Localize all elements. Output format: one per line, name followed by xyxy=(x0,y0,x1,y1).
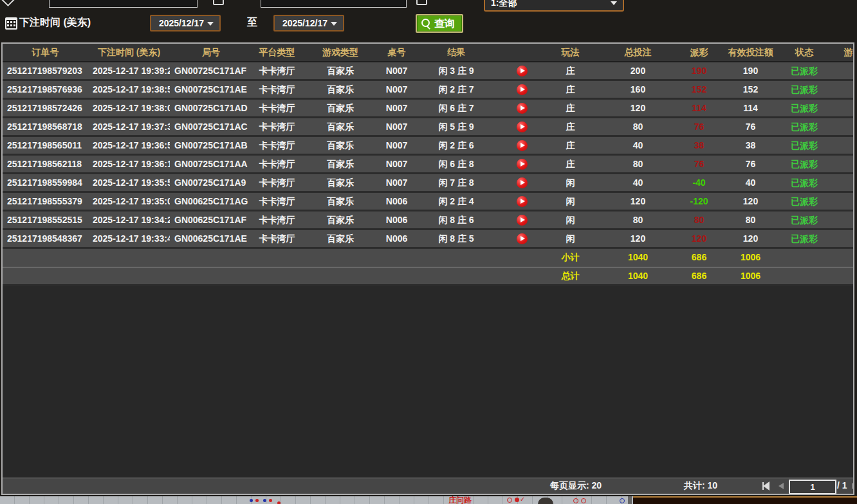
col-round-no: 局号 xyxy=(170,44,252,61)
filter-input-1[interactable] xyxy=(49,0,198,8)
table-row[interactable]: 2512171985792032025-12-17 19:39:26GN0072… xyxy=(3,62,853,81)
table-row[interactable]: 2512171985687182025-12-17 19:37:32GN0072… xyxy=(3,118,853,137)
replay-icon[interactable] xyxy=(517,215,528,226)
cell-result: 闲 2 庄 4 xyxy=(414,193,498,210)
chevron-down-icon xyxy=(611,1,617,5)
table-row[interactable]: 2512171985553792025-12-17 19:35:03GN0062… xyxy=(3,193,853,212)
table-row[interactable]: 2512171985724262025-12-17 19:38:09GN0072… xyxy=(3,100,853,118)
background-button-top xyxy=(538,498,553,504)
cell-platform: 卡卡湾厅 xyxy=(252,174,302,191)
replay-icon[interactable] xyxy=(517,196,528,207)
table-row[interactable]: 2512171985621182025-12-17 19:36:17GN0072… xyxy=(3,156,853,174)
col-extra: 游戏核 xyxy=(824,44,854,61)
grand-total-label: 总计 xyxy=(546,267,594,284)
cell-round-no: GN00625C171AG xyxy=(170,193,252,210)
grand-total-row: 总计10406861006 xyxy=(3,267,853,286)
cell-payout: 114 xyxy=(681,100,717,116)
cell-extra: - xyxy=(824,81,854,98)
status-badge: 已派彩 xyxy=(784,62,824,79)
to-label: 至 xyxy=(247,16,257,30)
cell-play: 庄 xyxy=(546,137,594,154)
date-to-value: 2025/12/17 xyxy=(282,18,327,28)
pagination-bar: 每页显示: 20 共计: 10 / 1 xyxy=(3,478,853,494)
table-row[interactable]: 2512171985483672025-12-17 19:33:43GN0062… xyxy=(3,230,853,249)
table-row[interactable]: 2512171985525152025-12-17 19:34:29GN0062… xyxy=(3,212,853,230)
cell-game-type: 百家乐 xyxy=(302,100,379,116)
replay-icon[interactable] xyxy=(517,177,528,188)
replay-icon[interactable] xyxy=(517,66,528,76)
cell-replay xyxy=(498,193,546,210)
table-row[interactable]: 2512171985599842025-12-17 19:35:53GN0072… xyxy=(3,174,853,193)
status-badge: 已派彩 xyxy=(784,81,824,98)
banker-dot-icon xyxy=(515,498,519,502)
cell-total-bet: 80 xyxy=(594,156,681,172)
cell-table-no: N007 xyxy=(379,62,414,79)
records-table: 订单号 下注时间 (美东) 局号 平台类型 游戏类型 桌号 结果 玩法 总投注 … xyxy=(1,42,854,495)
cell-valid-bet: 120 xyxy=(717,193,784,210)
roadmap-mark xyxy=(277,501,281,504)
cell-round-no: GN00725C171AD xyxy=(170,100,252,116)
replay-icon[interactable] xyxy=(517,140,528,151)
cell-round-no: GN00725C171AA xyxy=(170,156,252,172)
table-row[interactable]: 2512171985650112025-12-17 19:36:50GN0072… xyxy=(3,137,853,156)
cell-order-no: 251217198572426 xyxy=(3,100,88,116)
roadmap-mark xyxy=(620,498,625,503)
filter-bar: 平台类型 1:全部 下注时间 (美东) 2025/12/17 至 2025/12… xyxy=(0,0,857,42)
chevron-down-icon xyxy=(207,22,214,26)
replay-icon[interactable] xyxy=(517,103,528,114)
replay-icon[interactable] xyxy=(517,122,528,132)
subtotal-total-bet: 1040 xyxy=(594,249,681,267)
col-result: 结果 xyxy=(414,44,498,61)
bet-records-page: 平台类型 1:全部 下注时间 (美东) 2025/12/17 至 2025/12… xyxy=(0,0,857,504)
cell-platform: 卡卡湾厅 xyxy=(252,212,302,228)
cell-platform: 卡卡湾厅 xyxy=(252,100,302,116)
banker-ask-icon xyxy=(507,498,512,503)
table-row[interactable]: 2512171985769362025-12-17 19:38:57GN0072… xyxy=(3,81,853,100)
col-total-bet: 总投注 xyxy=(594,44,681,61)
subtotal-valid-bet: 1006 xyxy=(717,249,784,267)
cell-valid-bet: 76 xyxy=(717,118,784,135)
filter-input-2[interactable] xyxy=(261,0,407,8)
date-to-select[interactable]: 2025/12/17 xyxy=(273,15,344,32)
roadmap-mark xyxy=(269,499,272,502)
status-badge: 已派彩 xyxy=(784,156,824,172)
cell-replay xyxy=(498,118,546,135)
cell-platform: 卡卡湾厅 xyxy=(252,230,302,247)
cell-bet-time: 2025-12-17 19:34:29 xyxy=(88,212,170,228)
query-button[interactable]: 查询 xyxy=(416,14,463,33)
col-valid-bet: 有效投注额 xyxy=(717,44,784,61)
cell-extra: - xyxy=(824,62,854,79)
cell-bet-time: 2025-12-17 19:36:50 xyxy=(88,137,170,154)
prev-page-icon[interactable] xyxy=(779,483,784,489)
cell-valid-bet: 38 xyxy=(717,137,784,154)
replay-icon[interactable] xyxy=(517,159,528,170)
cell-game-type: 百家乐 xyxy=(302,212,379,228)
roadmap-mark xyxy=(573,498,578,503)
query-button-label: 查询 xyxy=(434,18,455,29)
table-header-row: 订单号 下注时间 (美东) 局号 平台类型 游戏类型 桌号 结果 玩法 总投注 … xyxy=(3,44,853,62)
date-from-select[interactable]: 2025/12/17 xyxy=(150,15,221,32)
cell-table-no: N007 xyxy=(379,81,414,98)
col-play: 玩法 xyxy=(546,44,594,61)
cell-replay xyxy=(498,81,546,98)
cell-payout: -40 xyxy=(681,174,717,191)
col-platform: 平台类型 xyxy=(252,44,302,61)
next-page-icon[interactable] xyxy=(852,483,854,489)
cell-bet-time: 2025-12-17 19:35:03 xyxy=(88,193,170,210)
cell-platform: 卡卡湾厅 xyxy=(252,81,302,98)
cell-round-no: GN00725C171AE xyxy=(170,81,252,98)
cell-table-no: N007 xyxy=(379,174,414,191)
replay-icon[interactable] xyxy=(517,233,528,244)
cell-table-no: N007 xyxy=(379,100,414,116)
page-number-input[interactable] xyxy=(789,480,836,494)
cell-order-no: 251217198555379 xyxy=(3,193,88,210)
first-page-icon[interactable] xyxy=(763,482,769,491)
cell-play: 闲 xyxy=(546,174,594,191)
platform-type-select[interactable]: 1:全部 xyxy=(484,0,624,12)
replay-icon[interactable] xyxy=(517,84,528,95)
cell-total-bet: 80 xyxy=(594,118,681,135)
cell-total-bet: 120 xyxy=(594,193,681,210)
cell-replay xyxy=(498,100,546,116)
cell-table-no: N006 xyxy=(379,193,414,210)
cell-result: 闲 5 庄 9 xyxy=(414,118,498,135)
